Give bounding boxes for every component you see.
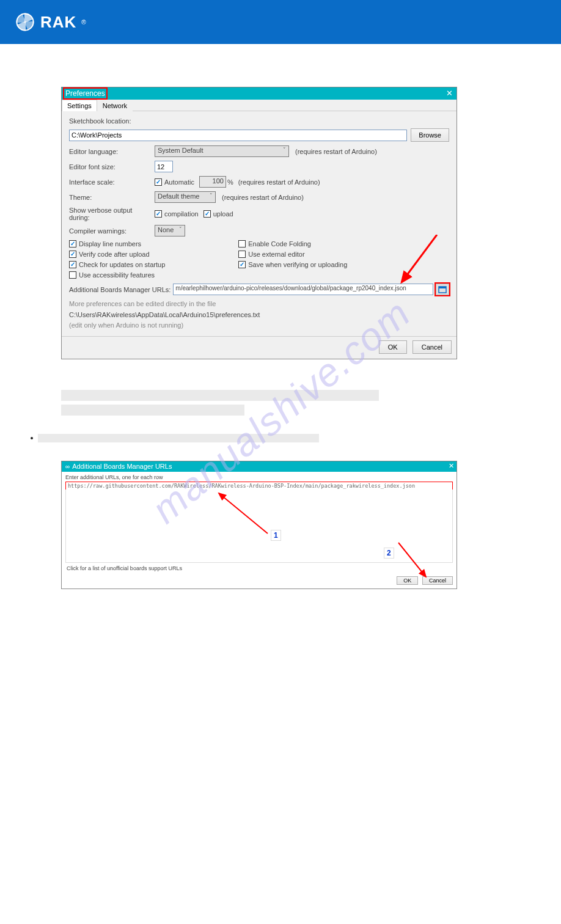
- addl-urls-label: Additional Boards Manager URLs:: [69, 286, 170, 293]
- addl-urls-input[interactable]: m/earlephilhower/arduino-pico/releases/d…: [173, 284, 433, 295]
- check-updates-checkbox[interactable]: [69, 261, 76, 268]
- open-urls-dialog-button[interactable]: [436, 284, 449, 295]
- dialog2-hint: Enter additional URLs, one for each row: [65, 474, 453, 480]
- dialog2-titlebar: Additional Boards Manager URLs ✕: [62, 461, 457, 472]
- dialog2-title: Additional Boards Manager URLs: [72, 463, 172, 470]
- scale-auto-checkbox[interactable]: [155, 178, 162, 186]
- save-verify-checkbox[interactable]: [238, 261, 246, 268]
- annotation-arrow-1: [207, 491, 329, 552]
- font-size-label: Editor font size:: [69, 163, 155, 170]
- rak-logo-icon: [15, 12, 35, 32]
- window-icon: [438, 286, 447, 293]
- check-updates-label: Check for updates on startup: [79, 261, 165, 268]
- verbose-upload-label: upload: [213, 210, 233, 218]
- code-fold-checkbox[interactable]: [238, 240, 246, 248]
- ext-editor-label: Use external editor: [248, 251, 304, 258]
- editor-language-select[interactable]: System Default: [155, 145, 289, 157]
- ext-editor-checkbox[interactable]: [238, 251, 246, 258]
- verify-upload-label: Verify code after upload: [79, 251, 150, 258]
- tab-bar: Settings Network: [62, 100, 457, 111]
- edit-note: (edit only when Arduino is not running): [69, 320, 449, 331]
- verbose-upload-checkbox[interactable]: [204, 210, 211, 218]
- svg-rect-2: [439, 287, 446, 288]
- verbose-compile-checkbox[interactable]: [155, 210, 162, 218]
- annotation-arrow-2: [395, 541, 438, 582]
- line-numbers-label: Display line numbers: [79, 240, 141, 248]
- dialog2-text-area[interactable]: 1 2: [65, 490, 453, 563]
- verbose-compile-label: compilation: [164, 210, 199, 218]
- scale-spinner[interactable]: 100: [199, 176, 226, 188]
- tab-settings[interactable]: Settings: [62, 100, 97, 111]
- page-header: RAK ®: [0, 0, 561, 44]
- editor-language-note: (requires restart of Arduino): [295, 148, 377, 155]
- svg-line-4: [219, 493, 268, 534]
- dialog-titlebar: Preferences ✕: [62, 87, 457, 100]
- verbose-label: Show verbose output during:: [69, 207, 155, 221]
- sketchbook-label: Sketchbook location:: [69, 117, 155, 125]
- compiler-warnings-label: Compiler warnings:: [69, 227, 155, 235]
- brand-logo: RAK ®: [15, 12, 86, 32]
- accessibility-checkbox[interactable]: [69, 271, 76, 279]
- theme-note: (requires restart of Arduino): [222, 194, 304, 201]
- font-size-input[interactable]: [155, 161, 173, 172]
- scale-auto-label: Automatic: [164, 178, 194, 186]
- additional-urls-dialog: Additional Boards Manager URLs ✕ Enter a…: [61, 461, 457, 589]
- dialog-title: Preferences: [64, 89, 106, 98]
- registered-mark: ®: [81, 19, 86, 26]
- scale-unit: %: [227, 178, 233, 186]
- brand-text: RAK: [40, 13, 76, 32]
- scale-note: (requires restart of Arduino): [238, 178, 320, 186]
- verify-upload-checkbox[interactable]: [69, 251, 76, 258]
- accessibility-label: Use accessibility features: [79, 271, 155, 279]
- tab-network[interactable]: Network: [97, 100, 133, 111]
- bullet-placeholder: [31, 434, 561, 442]
- dialog2-url-input[interactable]: https://raw.githubusercontent.com/RAKWir…: [65, 482, 453, 490]
- cancel-button[interactable]: Cancel: [413, 340, 452, 354]
- editor-language-label: Editor language:: [69, 148, 155, 155]
- more-prefs-note: More preferences can be edited directly …: [69, 299, 449, 310]
- compiler-warnings-select[interactable]: None: [155, 225, 185, 237]
- prefs-path: C:\Users\RAKwireless\AppData\Local\Ardui…: [69, 310, 449, 321]
- browse-button[interactable]: Browse: [411, 128, 449, 142]
- sketchbook-input[interactable]: [69, 130, 407, 141]
- dialog2-close-icon[interactable]: ✕: [449, 462, 454, 470]
- placeholder-text-block: [61, 390, 561, 416]
- theme-select[interactable]: Default theme: [155, 191, 216, 203]
- close-icon[interactable]: ✕: [446, 89, 453, 98]
- annotation-label-2: 2: [384, 548, 394, 559]
- save-verify-label: Save when verifying or uploading: [248, 261, 347, 268]
- dialog2-link[interactable]: Click for a list of unofficial boards su…: [65, 563, 453, 573]
- ok-button[interactable]: OK: [379, 340, 407, 354]
- svg-line-5: [398, 543, 426, 577]
- code-fold-label: Enable Code Folding: [248, 240, 311, 248]
- preferences-dialog: Preferences ✕ Settings Network Sketchboo…: [61, 87, 457, 359]
- interface-scale-label: Interface scale:: [69, 178, 155, 186]
- theme-label: Theme:: [69, 194, 155, 201]
- line-numbers-checkbox[interactable]: [69, 240, 76, 248]
- annotation-label-1: 1: [271, 530, 281, 541]
